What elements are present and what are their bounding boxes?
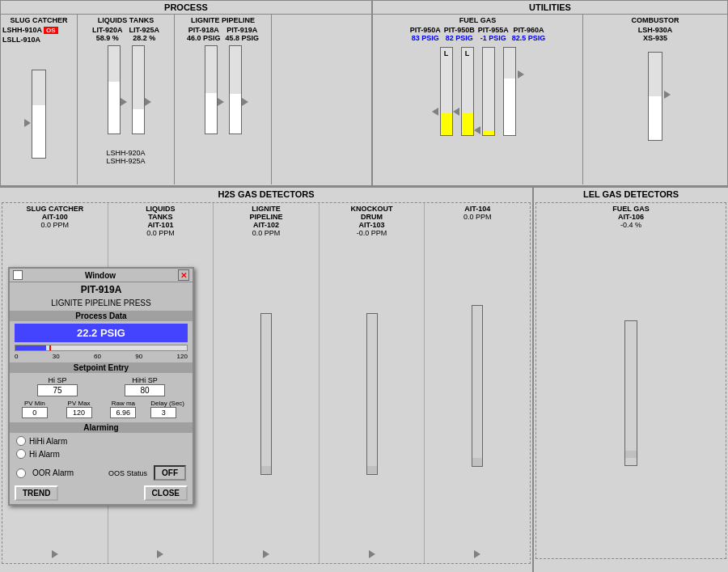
scale-120: 120 [177, 353, 188, 360]
lit925a-name: LIT-925A [129, 26, 160, 34]
liquids-tanks-title: LIQUIDS TANKS [79, 16, 172, 24]
pit950b-name: PIT-950B [444, 26, 475, 34]
slug-gauge [32, 70, 46, 159]
combustor-tag1: LSH-930A [585, 26, 726, 34]
utilities-inner: FUEL GAS PIT-950A 83 PSIG PIT-950B 82 PS… [373, 15, 727, 184]
slug-catcher-section: SLUG CATCHER LSHH-910A OS LSLL-910A [1, 15, 78, 184]
combustor-section: COMBUSTOR LSH-930A XS-935 [583, 15, 727, 184]
pit960a-gauge [503, 47, 516, 136]
combustor-gauge [648, 52, 662, 141]
raw-ma-label: Raw ma [110, 400, 136, 407]
lignite-pipeline-section: LIGNITE PIPELINE PIT-918A 46.0 PSIG PIT-… [175, 15, 272, 184]
window-process-section: Process Data [10, 311, 193, 321]
delay-label: Delay (Sec) [150, 400, 184, 407]
h2s-ait103-value: -0.0 PPM [357, 229, 387, 237]
lit925a-value: 28.2 % [129, 34, 160, 42]
h2s-title: H2S GAS DETECTORS [2, 189, 531, 199]
delay-value[interactable]: 3 [150, 407, 176, 418]
pit960a-name: PIT-960A [512, 26, 546, 34]
fuel-gas-title: FUEL GAS [375, 16, 581, 24]
pit950a-gauge: L [440, 47, 453, 136]
window-popup: Window ✕ PIT-919A LIGNITE PIPELINE PRESS… [8, 267, 194, 506]
window-process-value: 22.2 PSIG [15, 324, 188, 342]
hi-alarm-radio[interactable] [16, 449, 26, 459]
combustor-tag2: XS-935 [585, 34, 726, 42]
lshh925a-label: LSHH-925A [79, 157, 172, 165]
pit919a-gauge [229, 45, 242, 134]
pv-min-value[interactable]: 0 [22, 407, 48, 418]
lel-fuel-gas-title: FUEL GAS [612, 205, 649, 213]
hihi-alarm-label: HiHi Alarm [29, 437, 67, 446]
slug-tag1-status: OS [44, 27, 58, 34]
pit919a-value: 45.8 PSIG [226, 34, 260, 42]
window-title-text: Window [23, 271, 178, 280]
scale-90: 90 [135, 353, 142, 360]
lshh920a-label: LSHH-920A [79, 149, 172, 157]
hihi-alarm-radio[interactable] [16, 436, 26, 446]
h2s-ait100-name: AIT-100 [42, 213, 68, 221]
h2s-ait103-name: AIT-103 [359, 221, 385, 229]
close-button[interactable]: CLOSE [144, 485, 188, 501]
hihi-sp-label: HiHi SP [125, 376, 165, 384]
hi-sp-value[interactable]: 75 [37, 384, 78, 396]
pit955a-value: -1 PSIG [478, 34, 509, 42]
raw-ma-value[interactable]: 6.96 [110, 407, 136, 418]
process-panel: PROCESS SLUG CATCHER LSHH-910A OS LSLL-9… [1, 1, 373, 185]
slug-tag1-box: LSHH-910A OS [2, 26, 75, 34]
pv-max-label: PV Max [66, 400, 92, 407]
window-tag: PIT-919A [10, 282, 193, 297]
scale-60: 60 [94, 353, 101, 360]
lel-ait106-value: -0.4 % [620, 221, 641, 229]
window-checkbox[interactable] [13, 270, 23, 280]
pv-max-value[interactable]: 120 [66, 407, 92, 418]
window-close-button[interactable]: ✕ [178, 269, 189, 281]
ait102-gauge [260, 313, 272, 475]
pit955a-name: PIT-955A [478, 26, 509, 34]
h2s-ait102-name: AIT-102 [253, 221, 279, 229]
lit920a-name: LIT-920A [92, 26, 123, 34]
ait103-gauge [366, 313, 378, 475]
lel-inner: FUEL GAS AIT-106 -0.4 % [535, 202, 726, 559]
utilities-title: UTILITIES [373, 1, 727, 15]
pit919a-name: PIT-919A [226, 26, 260, 34]
pit950b-value: 82 PSIG [444, 34, 475, 42]
lel-panel: LEL GAS DETECTORS FUEL GAS AIT-106 -0.4 … [534, 188, 728, 572]
lit925a-gauge [132, 45, 145, 134]
oor-alarm-label: OOR Alarm [32, 468, 74, 477]
lel-title: LEL GAS DETECTORS [535, 189, 726, 199]
lignite-pipeline-title: LIGNITE PIPELINE [176, 16, 269, 24]
lel-ait106-name: AIT-106 [618, 213, 644, 221]
process-title: PROCESS [1, 1, 371, 15]
pit950b-gauge: L [461, 47, 474, 136]
lit920a-value: 58.9 % [92, 34, 123, 42]
h2s-ait101-name: AIT-101 [147, 221, 173, 229]
pit950a-value: 83 PSIG [410, 34, 441, 42]
setpoint-section-label: Setpoint Entry [10, 362, 193, 373]
utilities-panel: UTILITIES FUEL GAS PIT-950A 83 PSIG PIT-… [373, 1, 727, 185]
oos-row: OOR Alarm OOS Status OFF [10, 464, 193, 482]
hi-sp-label: Hi SP [37, 376, 78, 384]
window-titlebar: Window ✕ [10, 269, 193, 282]
pit955a-gauge [482, 47, 495, 136]
trend-button[interactable]: TREND [15, 485, 58, 501]
fuel-gas-section: FUEL GAS PIT-950A 83 PSIG PIT-950B 82 PS… [373, 15, 583, 184]
pv-min-label: PV Min [22, 400, 48, 407]
hi-alarm-row: Hi Alarm [10, 447, 193, 460]
oos-status-label: OOS Status [108, 469, 147, 477]
oor-alarm-radio[interactable] [16, 468, 26, 478]
h2s-ait102-value: 0.0 PPM [252, 229, 281, 237]
hi-alarm-label: Hi Alarm [29, 450, 60, 459]
hihi-sp-value[interactable]: 80 [125, 384, 165, 396]
pit950a-name: PIT-950A [410, 26, 441, 34]
liquids-tanks-section: LIQUIDS TANKS LIT-920A 58.9 % LIT-925A 2… [78, 15, 175, 184]
pit918a-value: 46.0 PSIG [187, 34, 221, 42]
pit918a-name: PIT-918A [187, 26, 221, 34]
h2s-ait104-value: 0.0 PPM [463, 213, 492, 221]
process-inner: SLUG CATCHER LSHH-910A OS LSLL-910A [1, 15, 371, 184]
ait104-gauge [472, 305, 483, 467]
h2s-ait104-name: AIT-104 [464, 205, 490, 213]
h2s-ait100-value: 0.0 PPM [41, 221, 70, 229]
slug-catcher-title: SLUG CATCHER [2, 16, 75, 24]
main-container: PROCESS SLUG CATCHER LSHH-910A OS LSLL-9… [0, 0, 728, 572]
hihi-alarm-row: HiHi Alarm [10, 434, 193, 447]
